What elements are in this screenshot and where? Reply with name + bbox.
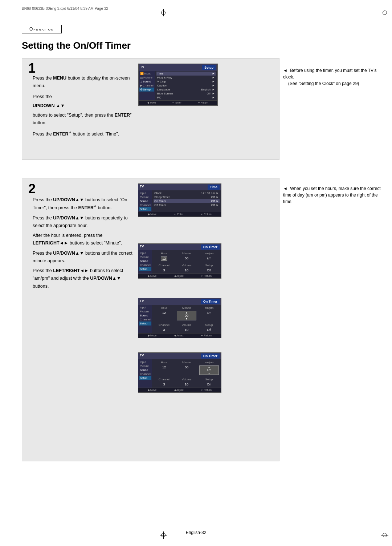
sidebar-picture: ▬Picture bbox=[139, 76, 154, 80]
file-info: BN68-00633B-00Eng 3.qxd 6/11/04 8:39 AM … bbox=[22, 7, 108, 11]
crosshair-top-left bbox=[160, 9, 167, 16]
crosshair-bottom-left bbox=[160, 531, 167, 539]
footer-enter: ↵ Enter bbox=[172, 101, 181, 104]
s2-sidebar-channel: Channel bbox=[139, 203, 151, 207]
menu-language: LanguageEnglish► bbox=[156, 88, 216, 92]
step1-instructions: Press the MENU button to display the on-… bbox=[33, 74, 138, 138]
s2-menu-ontimer: On TimerOff► bbox=[154, 199, 220, 203]
page-footer: English-32 bbox=[186, 530, 207, 535]
menu-plugplay: Plug & Play► bbox=[156, 76, 216, 80]
crosshair-top-right bbox=[381, 9, 388, 16]
crosshair-bottom-right bbox=[381, 531, 388, 539]
footer-move: ◆ Move bbox=[147, 101, 156, 104]
menu-vchip: V-Chip► bbox=[156, 80, 216, 84]
step2-ontimer-screen3: TV On Timer Input Picture Sound Channel … bbox=[138, 352, 221, 396]
menu-bluescreen: Blue ScreenOff► bbox=[156, 92, 216, 96]
s2-sidebar-input: Input bbox=[139, 191, 151, 195]
step2-ontimer-screen1: TV On Timer Input Picture Sound Channel … bbox=[138, 243, 221, 282]
step2-time-screen: TV Time Input Picture Sound Channel Setu… bbox=[138, 183, 221, 220]
step2-ontimer-screen2: TV On Timer Input Picture Sound Channel … bbox=[138, 298, 221, 341]
menu-time: Time► bbox=[156, 72, 216, 76]
s2-sidebar-picture: Picture bbox=[139, 195, 151, 199]
tv-title-left: TV bbox=[140, 65, 144, 70]
s2-menu-clock: Clock12 : 00 am► bbox=[154, 191, 220, 195]
s2-menu-sleep: Sleep TimerOff► bbox=[154, 195, 220, 199]
note-step2: When you set the hours, make sure the co… bbox=[283, 185, 381, 205]
sidebar-input: 📶Input bbox=[139, 72, 154, 76]
sidebar-channel: ▶Channel bbox=[139, 84, 154, 88]
step1-tv-screen: TV Setup 📶Input ▬Picture ♫Sound ▶Channel… bbox=[138, 64, 218, 106]
sidebar-setup: ⚙Setup bbox=[139, 88, 154, 92]
note-step1: Before using the timer, you must set the… bbox=[283, 67, 381, 87]
step1-number: 1 bbox=[28, 62, 36, 75]
s2-sidebar-sound: Sound bbox=[139, 199, 151, 203]
page-title: Setting the On/Off Timer bbox=[22, 40, 131, 51]
step2-number: 2 bbox=[28, 182, 36, 195]
tv-title-right: Setup bbox=[202, 65, 216, 70]
menu-pc: PC► bbox=[156, 96, 216, 100]
step2-instructions: Press the UP/DOWN▲▼ buttons to select "O… bbox=[33, 196, 134, 292]
s2-menu-offtimer: Off TimerOff► bbox=[154, 203, 220, 207]
menu-caption: Caption► bbox=[156, 84, 216, 88]
s2-sidebar-setup: Setup bbox=[139, 207, 151, 211]
sidebar-sound: ♫Sound bbox=[139, 80, 154, 84]
footer-return: ↩ Return bbox=[198, 101, 208, 104]
section-label: Operation bbox=[22, 25, 62, 33]
